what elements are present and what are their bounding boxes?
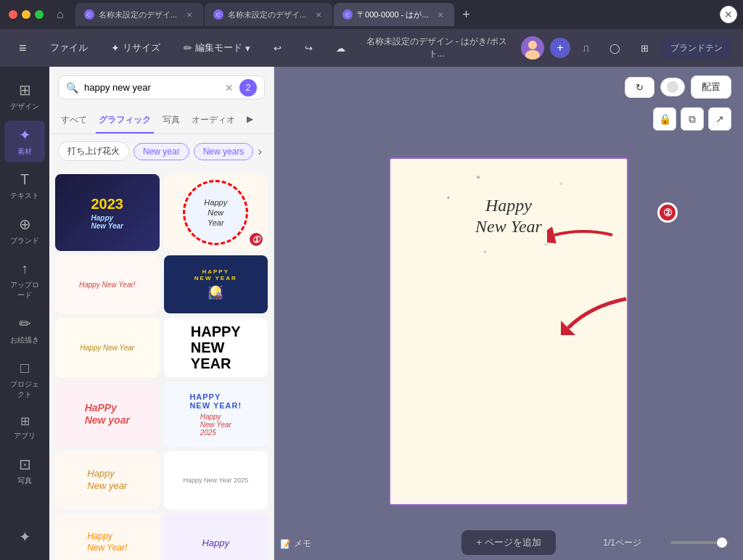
tab-1-close[interactable]: ✕ (184, 9, 194, 20)
tab-all[interactable]: すべて (58, 108, 90, 133)
edit-mode-label: 編集モード (195, 41, 242, 54)
zoom-slider[interactable] (670, 541, 728, 544)
tab-2[interactable]: C 名称未設定のデザイ... ✕ (205, 3, 332, 26)
zoom-slider-thumb[interactable] (717, 538, 727, 548)
tag-more-button[interactable]: › (258, 145, 261, 158)
export-button[interactable]: ↗ (708, 107, 731, 131)
memo-icon: 📝 (280, 539, 291, 549)
tab-motion-label: ▶ (247, 114, 253, 124)
filter-tabs: すべて グラフィック 写真 オーディオ ▶ (49, 108, 274, 134)
result-item-orange-script[interactable]: HappyNew year (55, 451, 160, 509)
filter-button[interactable]: 2 (239, 79, 257, 96)
file-button[interactable]: ファイル (43, 37, 95, 59)
tab-graphic[interactable]: グラフィック (96, 108, 154, 133)
sidebar-item-photos[interactable]: ⊡ 写真 (4, 450, 45, 492)
result-item-bottom[interactable]: Happy (164, 514, 268, 560)
result-item-orange-script2[interactable]: HappyNew Year! (55, 514, 160, 560)
tab-3[interactable]: C 〒000-0000 - はが... ✕ (334, 3, 454, 26)
edit-mode-button[interactable]: ✏ 編集モード ▾ (176, 37, 258, 59)
search-clear-button[interactable]: ✕ (225, 82, 234, 94)
tab-1[interactable]: C 名称未設定のデザイ... ✕ (75, 3, 203, 26)
svg-point-1 (528, 41, 537, 49)
result-bold-blue-sub: HappyNew Year2025 (200, 413, 231, 437)
search-input[interactable] (84, 76, 219, 99)
resize-label: リサイズ (123, 41, 160, 54)
comments-button[interactable]: ◯ (602, 38, 628, 58)
new-tab-button[interactable]: + (456, 4, 476, 25)
result-happy-red-text: HaPPyNew yoar (85, 402, 130, 427)
sidebar-project-label: プロジェクト (7, 379, 42, 400)
add-page-button[interactable]: + ページを追加 (461, 530, 555, 555)
tab-graphic-label: グラフィック (99, 115, 151, 125)
cloud-button[interactable]: ☁ (329, 38, 353, 58)
sidebar-item-project[interactable]: □ プロジェクト (4, 354, 45, 405)
result-item-banner[interactable]: HAPPYNEW YEAR 🎑 (164, 255, 268, 313)
tag-newyears[interactable]: New years (194, 143, 254, 160)
analytics-button[interactable]: ⎍ (576, 38, 596, 58)
sidebar-upload-label: アップロード (7, 280, 42, 300)
apps-icon: ⊞ (20, 414, 30, 428)
page-zoom-control (670, 541, 728, 544)
sidebar-item-design[interactable]: ⊞ デザイン (4, 75, 45, 118)
result-item-2025[interactable]: 2023 HappyNew Year (55, 174, 160, 251)
sidebar-item-magic[interactable]: ✦ (4, 522, 45, 551)
close-button[interactable] (9, 10, 17, 19)
tab-motion[interactable]: ▶ (244, 108, 256, 133)
tab-audio[interactable]: オーディオ (189, 108, 238, 133)
sidebar-item-text[interactable]: T テキスト (4, 165, 45, 207)
result-2025-year: 2023 (91, 196, 124, 213)
resize-button[interactable]: ✦ リサイズ (104, 37, 168, 59)
tab-photo[interactable]: 写真 (160, 108, 183, 133)
home-icon[interactable]: ⌂ (57, 8, 64, 21)
result-item-gold-script[interactable]: Happy New Year (55, 318, 160, 377)
copy-button[interactable]: ⧉ (681, 107, 704, 131)
annotation-2-container: ② (657, 202, 678, 223)
tab-photo-label: 写真 (163, 115, 180, 125)
magic-icon: ✦ (19, 528, 31, 545)
sidebar-item-brand[interactable]: ⊕ ブランド (4, 210, 45, 252)
tab-2-close[interactable]: ✕ (313, 9, 324, 20)
sidebar-item-draw[interactable]: ✏ お絵描き (4, 309, 45, 351)
design-canvas: ✦ ✧ ✦ ✧ ✦ HappyNew Year ② (389, 157, 628, 506)
result-item-plain-hny[interactable]: Happy New Year 2025 (164, 451, 268, 509)
lock-button[interactable]: 🔒 (653, 107, 676, 131)
result-item-happy-script[interactable]: HappyNewYear ① (164, 174, 268, 251)
result-item-happy-red[interactable]: HaPPyNew yoar (55, 382, 160, 447)
minimize-button[interactable] (22, 10, 30, 19)
result-item-bold-black[interactable]: HAPPYNEWyear (164, 318, 268, 377)
undo-button[interactable]: ↩ (266, 38, 289, 58)
tag-hanabi[interactable]: 打ち上げ花火 (58, 141, 129, 161)
tab-3-close[interactable]: ✕ (435, 9, 446, 20)
fullscreen-button[interactable] (35, 10, 44, 19)
add-page-label: + ページを追加 (476, 537, 541, 548)
menu-button[interactable]: ≡ (12, 36, 34, 60)
rotate-button[interactable]: ↻ (625, 77, 654, 98)
share-button[interactable]: ⊞ (633, 38, 656, 58)
sidebar-item-upload[interactable]: ↑ アップロード (4, 255, 45, 306)
add-collaborator-button[interactable]: + (550, 38, 570, 58)
file-label: ファイル (50, 41, 88, 54)
pencil-icon: ✏ (184, 42, 192, 54)
resize-icon: ✦ (111, 42, 120, 54)
avatar[interactable] (521, 36, 544, 59)
toggle-control[interactable] (660, 78, 685, 96)
result-item-pink-hny[interactable]: Happy New Year! (55, 255, 160, 313)
search-results: 2023 HappyNew Year HappyNewYear ① Happy … (49, 168, 274, 560)
toggle-circle (667, 81, 678, 93)
panel-close-button[interactable]: ✕ (720, 6, 737, 23)
sparkle-top-right: ✧ (559, 181, 564, 187)
sidebar-design-label: デザイン (10, 102, 39, 112)
happy-newyear-element[interactable]: ✦ ✧ ✦ ✧ ✦ HappyNew Year (461, 188, 557, 244)
draw-icon: ✏ (19, 315, 31, 332)
result-gold-text: Happy New Year (80, 344, 134, 352)
memo-button[interactable]: 📝 メモ (280, 538, 311, 550)
sidebar-item-elements[interactable]: ✦ 素材 (4, 120, 45, 162)
arrange-button[interactable]: 配置 (691, 75, 731, 99)
redo-button[interactable]: ↪ (297, 38, 320, 58)
sidebar-item-apps[interactable]: ⊞ アプリ (4, 408, 45, 447)
tag-newyear[interactable]: New year (134, 143, 189, 160)
result-item-happy-bold-blue[interactable]: HAPPYNEW YEAR! HappyNew Year2025 (164, 382, 268, 447)
brand-button[interactable]: ブランドテン (662, 38, 731, 59)
page-indicator: 1/1ページ (603, 537, 641, 549)
result-bold-text: HAPPYNEWyear (191, 324, 241, 371)
